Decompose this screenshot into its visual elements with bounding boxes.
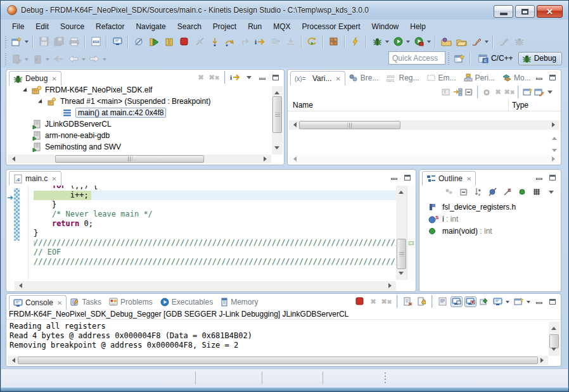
maximize-view-button[interactable]: [402, 172, 413, 183]
previous-edit-button-dropdown[interactable]: [46, 58, 49, 63]
show-type-names-button[interactable]: T: [440, 86, 452, 98]
minimize-view-button[interactable]: [534, 296, 545, 307]
title-bar[interactable]: Debug - FRDM-K64F_NeoPixel_SDK/Sources/m…: [1, 1, 568, 20]
tab-close-icon[interactable]: ✕: [51, 75, 56, 82]
format-brush-button-dropdown[interactable]: [485, 41, 489, 45]
tab-problems[interactable]: Problems: [105, 294, 157, 309]
tab-debug[interactable]: Debug ✕: [9, 71, 61, 85]
word-wrap-button[interactable]: [437, 296, 449, 307]
outline-item[interactable]: main(void) : int: [428, 225, 561, 237]
view-menu-button[interactable]: [243, 72, 255, 83]
debug-button[interactable]: [370, 35, 384, 49]
save-button[interactable]: [37, 35, 51, 49]
save-all-button[interactable]: [52, 35, 66, 49]
tab-outline[interactable]: Outline ✕: [422, 171, 476, 186]
step-into-button[interactable]: [208, 35, 222, 49]
gray-bug-button[interactable]: [512, 35, 526, 49]
tab-close-icon[interactable]: ✕: [466, 175, 471, 182]
variables-table-header[interactable]: Name Type: [288, 99, 561, 111]
code-line[interactable]: // EOF: [34, 248, 396, 257]
collapse-all-button[interactable]: [458, 186, 470, 198]
debug-tree-row[interactable]: main() at main.c:42 0x4f8: [8, 107, 271, 118]
console-output[interactable]: Reading all registersRead 4 bytes @ addr…: [8, 322, 548, 355]
open-folder-button[interactable]: [454, 35, 468, 49]
restart-button[interactable]: [305, 35, 319, 49]
console-horizontal-scrollbar[interactable]: [8, 356, 548, 365]
clear-console-button[interactable]: [402, 296, 414, 307]
column-name[interactable]: Name: [288, 101, 507, 110]
menu-project[interactable]: Project: [207, 21, 242, 32]
tab-peri[interactable]: Peri...: [460, 70, 499, 85]
remove-all-terminated-button[interactable]: ✖✖: [208, 72, 220, 83]
minimize-view-button[interactable]: [534, 172, 545, 183]
resume-button[interactable]: [147, 35, 161, 49]
tab-bre[interactable]: Bre...: [345, 70, 383, 85]
debug-tree-row[interactable]: JLinkGDBServerCL: [8, 118, 271, 130]
expander-icon[interactable]: [38, 99, 46, 106]
console-button[interactable]: [110, 35, 124, 49]
previous-edit-button[interactable]: [30, 52, 44, 66]
collapse-all-button[interactable]: [463, 86, 475, 98]
menu-processor-expert[interactable]: Processor Expert: [297, 21, 366, 32]
menu-navigate[interactable]: Navigate: [130, 21, 171, 32]
close-button[interactable]: ✕: [537, 5, 563, 18]
minimize-button[interactable]: [494, 5, 513, 18]
show-execution-button[interactable]: [269, 35, 283, 49]
debug-button-dropdown[interactable]: [385, 41, 389, 45]
tab-close-icon[interactable]: ✕: [335, 75, 340, 82]
forward-button[interactable]: [87, 52, 101, 66]
remove-all-button[interactable]: ✖✖: [504, 86, 515, 98]
debug-tree-row[interactable]: arm-none-eabi-gdb: [8, 130, 271, 141]
maximize-view-button[interactable]: [547, 296, 558, 307]
tab-executables[interactable]: Executables: [157, 294, 217, 309]
new-button[interactable]: [10, 35, 23, 49]
tab-em[interactable]: Em...: [423, 70, 460, 85]
column-type[interactable]: Type: [507, 101, 528, 110]
back-button[interactable]: [67, 52, 80, 66]
tab-memory[interactable]: Memory: [217, 294, 262, 309]
tab-vari[interactable]: (x)=Vari...✕: [290, 71, 345, 85]
minimize-view-button[interactable]: [534, 72, 545, 83]
editor-overview-ruler[interactable]: [407, 186, 415, 280]
menu-edit[interactable]: Edit: [30, 21, 54, 32]
code-editor[interactable]: for (;;) { i++; } /* Never leave main */…: [34, 186, 396, 280]
code-line[interactable]: }: [34, 229, 396, 238]
tab-close-icon[interactable]: ✕: [51, 175, 56, 182]
menu-refactor[interactable]: Refactor: [90, 21, 130, 32]
hide-static-button[interactable]: S: [502, 186, 513, 198]
show-stderr-toggle[interactable]: ✖: [464, 296, 476, 307]
show-stdout-toggle[interactable]: [451, 296, 463, 307]
sort-button[interactable]: az: [473, 186, 484, 198]
maximize-view-button[interactable]: [270, 72, 281, 83]
tab-main-c[interactable]: .c main.c ✕: [9, 171, 61, 186]
code-line[interactable]: i++;: [34, 191, 396, 200]
back-small-button[interactable]: [51, 52, 65, 66]
instruction-stepping-button[interactable]: i: [230, 72, 241, 83]
outline-presentation-button[interactable]: [444, 186, 455, 198]
debug-tree-row[interactable]: Thread #1 <main> (Suspended : Breakpoint…: [8, 96, 271, 107]
display-console-button[interactable]: [492, 296, 503, 307]
hide-fields-button[interactable]: [487, 186, 499, 198]
step-filters-button[interactable]: [284, 35, 298, 49]
minimize-view-button[interactable]: [257, 72, 268, 83]
new-view-button[interactable]: [521, 86, 533, 98]
variables-horizontal-scrollbar[interactable]: [289, 120, 559, 130]
gray-brush-button[interactable]: [497, 35, 511, 49]
menu-help[interactable]: Help: [404, 21, 432, 32]
binary-editor-button[interactable]: 010: [89, 35, 103, 49]
detail-vertical-scrollbar[interactable]: [550, 133, 559, 156]
print-button[interactable]: [67, 35, 81, 49]
detail-horizontal-scrollbar[interactable]: [289, 155, 559, 163]
debug-vertical-scrollbar[interactable]: [272, 86, 283, 155]
outline-item[interactable]: Si : int: [428, 213, 561, 225]
editor-gutter[interactable]: ➜: [7, 186, 29, 280]
suspend-button[interactable]: [162, 35, 176, 49]
console-vertical-scrollbar[interactable]: [549, 322, 559, 356]
terminate-button[interactable]: [177, 35, 191, 49]
debug-tree-row[interactable]: FRDM-K64F_NeoPixel_SDK.elf: [8, 84, 271, 96]
hide-non-public-button[interactable]: [516, 186, 528, 198]
quick-access-input[interactable]: Quick Access: [388, 51, 445, 65]
show-logical-structure-button[interactable]: [452, 86, 463, 98]
code-line[interactable]: ////////////////////////////////////////…: [34, 238, 396, 248]
last-edit-location-button-dropdown[interactable]: [25, 58, 29, 63]
